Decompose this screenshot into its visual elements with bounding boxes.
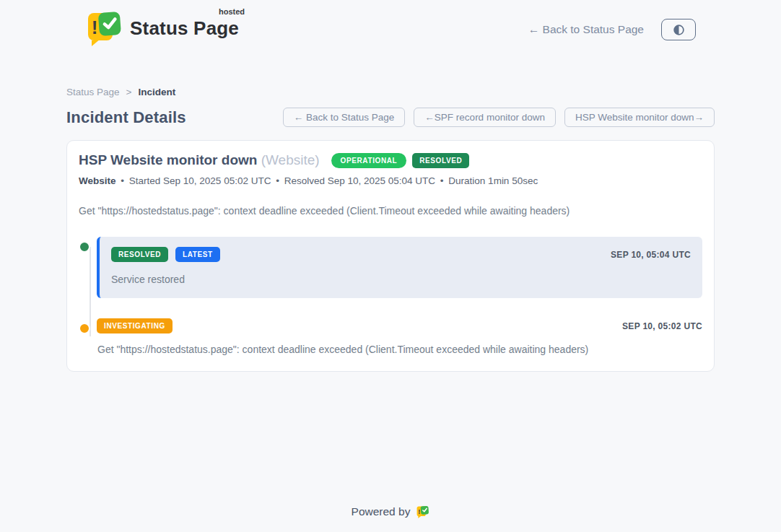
page-title: Incident Details xyxy=(66,108,186,127)
timeline-dot-investigating xyxy=(79,323,90,334)
incident-timeline: RESOLVED LATEST SEP 10, 05:04 UTC Servic… xyxy=(79,237,702,355)
timeline-entry-resolved: RESOLVED LATEST SEP 10, 05:04 UTC Servic… xyxy=(97,237,702,298)
incident-title-row: HSP Website monitor down (Website) OPERA… xyxy=(79,152,702,168)
meta-component: Website xyxy=(79,175,116,186)
incident-nav-buttons: ← Back to Status Page ←SPF record monito… xyxy=(283,108,715,127)
svg-text:!: ! xyxy=(419,508,421,515)
operational-badge: OPERATIONAL xyxy=(331,153,407,168)
main-content: Status Page > Incident Incident Details … xyxy=(66,87,715,372)
timeline-timestamp: SEP 10, 05:02 UTC xyxy=(622,321,702,331)
breadcrumb-incident: Incident xyxy=(138,87,175,97)
timeline-connector xyxy=(90,247,91,336)
incident-card: HSP Website monitor down (Website) OPERA… xyxy=(66,140,715,372)
next-incident-button[interactable]: HSP Website monitor down→ xyxy=(564,108,715,127)
prev-incident-button[interactable]: ←SPF record monitor down xyxy=(414,108,556,127)
brand-logo[interactable]: ! hosted Status Page xyxy=(85,10,239,49)
brand-name: Status Page xyxy=(130,17,239,39)
breadcrumb-status-page[interactable]: Status Page xyxy=(66,87,120,97)
incident-component: (Website) xyxy=(261,152,320,167)
breadcrumb: Status Page > Incident xyxy=(66,87,715,97)
contrast-icon xyxy=(673,24,685,36)
timeline-message: Get "https://hostedstatus.page": context… xyxy=(97,344,702,355)
title-row: Incident Details ← Back to Status Page ←… xyxy=(66,108,715,127)
header: ! hosted Status Page ← Back to Status Pa… xyxy=(0,0,781,55)
powered-by: Powered by ! xyxy=(0,505,781,518)
brand-wordmark: hosted Status Page xyxy=(130,10,239,40)
back-to-status-page-link[interactable]: ← Back to Status Page xyxy=(528,23,644,36)
timeline-timestamp: SEP 10, 05:04 UTC xyxy=(611,250,691,260)
brand-superscript: hosted xyxy=(219,7,245,16)
timeline-dot-resolved xyxy=(79,241,90,253)
svg-text:!: ! xyxy=(92,17,98,38)
incident-description: Get "https://hostedstatus.page": context… xyxy=(79,205,702,217)
timeline-entry-box: RESOLVED LATEST SEP 10, 05:04 UTC Servic… xyxy=(97,237,702,298)
footer: Powered by ! © 2025-10-08 14:10:34.77208… xyxy=(0,505,781,532)
brand-logo-icon: ! xyxy=(85,10,123,49)
powered-by-label: Powered by xyxy=(352,505,411,518)
incident-meta: Website • Started Sep 10, 2025 05:02 UTC… xyxy=(79,175,702,186)
timeline-message: Service restored xyxy=(111,274,691,285)
breadcrumb-separator: > xyxy=(126,87,132,97)
incident-title: HSP Website monitor down (Website) xyxy=(79,152,320,168)
resolved-badge: RESOLVED xyxy=(111,247,168,262)
back-to-status-page-button[interactable]: ← Back to Status Page xyxy=(283,108,406,127)
meta-started: Started Sep 10, 2025 05:02 UTC xyxy=(129,175,271,186)
meta-duration: Duration 1min 50sec xyxy=(448,175,538,186)
timeline-entry-box: INVESTIGATING SEP 10, 05:02 UTC Get "htt… xyxy=(97,318,702,355)
resolved-badge: RESOLVED xyxy=(412,153,469,168)
investigating-badge: INVESTIGATING xyxy=(97,318,173,333)
timeline-entry-investigating: INVESTIGATING SEP 10, 05:02 UTC Get "htt… xyxy=(97,318,702,355)
meta-resolved: Resolved Sep 10, 2025 05:04 UTC xyxy=(284,175,435,186)
header-actions: ← Back to Status Page xyxy=(528,19,696,40)
brand-logo-icon-small[interactable]: ! xyxy=(416,505,429,518)
latest-badge: LATEST xyxy=(175,247,220,262)
theme-toggle-button[interactable] xyxy=(661,19,696,40)
